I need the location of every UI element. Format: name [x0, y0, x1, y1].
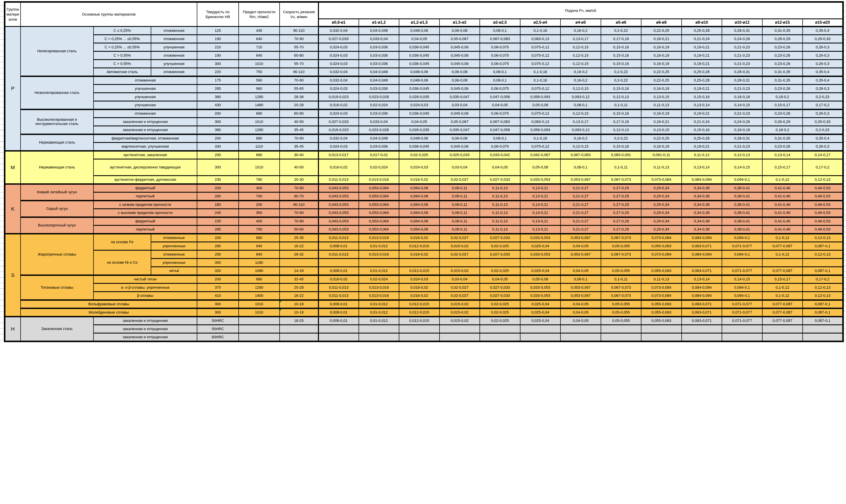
diameter-column-header[interactable]: ø12-ø15	[762, 19, 803, 26]
material-name-cell[interactable]: закаленная и отпущенная	[93, 325, 197, 333]
feed-value[interactable]: 0,008-0,01	[318, 300, 359, 308]
feed-value[interactable]: 0,058-0,093	[520, 93, 561, 101]
feed-value[interactable]: 0,073-0,084	[641, 292, 682, 300]
vc-value[interactable]: 20-30	[280, 176, 318, 184]
hb-value[interactable]: 200	[197, 184, 239, 192]
feed-value[interactable]: 0,032-0,04	[318, 76, 359, 85]
hb-value[interactable]: 300	[197, 308, 239, 317]
material-name-cell[interactable]: улучшенная	[151, 60, 197, 68]
feed-value[interactable]: 0,16-0,2	[561, 68, 601, 76]
material-name-cell[interactable]: улучшенная	[93, 101, 197, 109]
feed-value[interactable]	[359, 258, 399, 267]
feed-value[interactable]: 0,02-0,024	[359, 159, 399, 176]
feed-value[interactable]: 0,01-0,012	[359, 267, 399, 275]
feed-value[interactable]: 0,14-0,15	[722, 275, 762, 284]
feed-value[interactable]: 0,036-0,045	[399, 109, 440, 118]
feed-value[interactable]: 0,25-0,28	[682, 134, 722, 143]
hb-value[interactable]: 375	[197, 284, 239, 292]
feed-value[interactable]: 0,27-0,29	[601, 226, 641, 234]
feed-value[interactable]: 0,043-0,053	[318, 201, 359, 209]
feed-value[interactable]: 0,08-0,11	[439, 226, 480, 234]
feed-value[interactable]: 0,024-0,03	[318, 43, 359, 51]
feed-value[interactable]: 0,15-0,17	[762, 101, 803, 109]
feed-value[interactable]: 0,1-0,12	[762, 292, 803, 300]
feed-value[interactable]: 0,067-0,073	[601, 292, 641, 300]
feed-value[interactable]: 0,035-0,047	[439, 126, 480, 134]
feed-value[interactable]: 0,075-0,12	[520, 143, 561, 151]
diameter-column-header[interactable]: ø0,8-ø1	[318, 19, 359, 26]
feed-value[interactable]: 0,06-0,08	[439, 26, 480, 35]
feed-value[interactable]: 0,21-0,27	[561, 209, 601, 217]
material-name-cell[interactable]: β-сплавы	[93, 292, 197, 300]
material-name-cell[interactable]: закаленная и отпущенная	[93, 333, 197, 341]
feed-value[interactable]: 0,015-0,02	[439, 300, 480, 308]
feed-value[interactable]	[762, 333, 803, 341]
material-name-cell[interactable]: Автоматная сталь	[93, 68, 151, 76]
feed-value[interactable]	[520, 325, 561, 333]
feed-value[interactable]: 0,055-0,063	[641, 308, 682, 317]
feed-value[interactable]: 0,15-0,16	[601, 143, 641, 151]
feed-value[interactable]: 0,16-0,19	[641, 60, 682, 68]
rm-value[interactable]: 1280	[239, 93, 280, 101]
feed-value[interactable]: 0,091-0,11	[641, 151, 682, 159]
feed-value[interactable]: 0,35-0,4	[803, 26, 843, 35]
feed-value[interactable]: 0,23-0,26	[762, 109, 803, 118]
feed-value[interactable]: 0,053-0,067	[561, 176, 601, 184]
feed-value[interactable]: 0,027-0,033	[480, 292, 520, 300]
feed-value[interactable]: 0,011-0,013	[318, 176, 359, 184]
feed-value[interactable]: 0,027-0,033	[318, 35, 359, 43]
feed-value[interactable]: 0,2-0,22	[601, 76, 641, 85]
rm-value[interactable]: 1480	[239, 101, 280, 109]
feed-value[interactable]: 0,063-0,071	[682, 242, 722, 250]
feed-value[interactable]: 0,1-0,11	[601, 275, 641, 284]
material-name-cell[interactable]: перлитный	[93, 192, 197, 201]
feed-value[interactable]: 0,02-0,025	[480, 300, 520, 308]
column-header[interactable]: Группа материалов	[4, 2, 20, 26]
feed-value[interactable]: 0,25-0,28	[682, 26, 722, 35]
hb-value[interactable]: 190	[197, 35, 239, 43]
material-name-cell[interactable]: Серый чугун	[20, 201, 93, 217]
feed-value[interactable]: 0,16-0,2	[561, 76, 601, 85]
feed-value[interactable]: 0,08-0,1	[480, 26, 520, 35]
feed-value[interactable]	[803, 333, 843, 341]
feed-value[interactable]: 0,073-0,084	[641, 250, 682, 258]
diameter-column-header[interactable]: ø10-ø12	[722, 19, 762, 26]
feed-value[interactable]: 0,26-0,3	[803, 43, 843, 51]
hb-value[interactable]: 155	[197, 217, 239, 226]
feed-value[interactable]	[682, 258, 722, 267]
rm-value[interactable]: 1400	[239, 292, 280, 300]
feed-value[interactable]: 0,18-0,21	[641, 118, 682, 126]
feed-value[interactable]: 0,053-0,064	[359, 184, 399, 192]
feed-value[interactable]: 0,41-0,46	[762, 192, 803, 201]
feed-value[interactable]: 0,04-0,05	[561, 308, 601, 317]
feed-value[interactable]: 0,17-0,2	[803, 275, 843, 284]
feed-value[interactable]	[480, 333, 520, 341]
feed-value[interactable]: 0,04-0,05	[561, 300, 601, 308]
feed-value[interactable]: 0,04-0,048	[359, 76, 399, 85]
feed-value[interactable]: 0,17-0,2	[803, 159, 843, 176]
feed-value[interactable]: 0,019-0,023	[318, 126, 359, 134]
feed-value[interactable]: 0,06-0,075	[480, 60, 520, 68]
material-name-cell[interactable]: отожженная	[93, 76, 197, 85]
feed-value[interactable]: 0,045-0,06	[439, 85, 480, 93]
feed-value[interactable]: 0,21-0,27	[561, 217, 601, 226]
feed-value[interactable]: 0,036-0,045	[399, 85, 440, 93]
rm-value[interactable]: 680	[239, 134, 280, 143]
hb-value[interactable]: 250	[197, 250, 239, 258]
feed-value[interactable]: 0,04-0,048	[359, 68, 399, 76]
vc-value[interactable]: 90-110	[280, 26, 318, 35]
feed-value[interactable]: 0,29-0,34	[641, 226, 682, 234]
feed-value[interactable]: 0,027-0,033	[318, 118, 359, 126]
feed-value[interactable]: 0,036-0,045	[399, 43, 440, 51]
feed-value[interactable]: 0,023-0,028	[359, 126, 399, 134]
feed-value[interactable]: 0,063-0,071	[682, 308, 722, 317]
feed-value[interactable]	[561, 258, 601, 267]
feed-value[interactable]: 0,16-0,2	[561, 26, 601, 35]
feed-value[interactable]: 0,12-0,15	[561, 51, 601, 60]
feed-value[interactable]: 0,05-0,08	[520, 159, 561, 176]
feed-value[interactable]: 0,08-0,11	[439, 184, 480, 192]
feed-value[interactable]: 0,13-0,21	[520, 217, 561, 226]
feed-value[interactable]: 0,1-0,12	[762, 250, 803, 258]
material-name-cell[interactable]: закаленная и отпущенная	[93, 118, 197, 126]
feed-value[interactable]: 0,063-0,071	[682, 267, 722, 275]
